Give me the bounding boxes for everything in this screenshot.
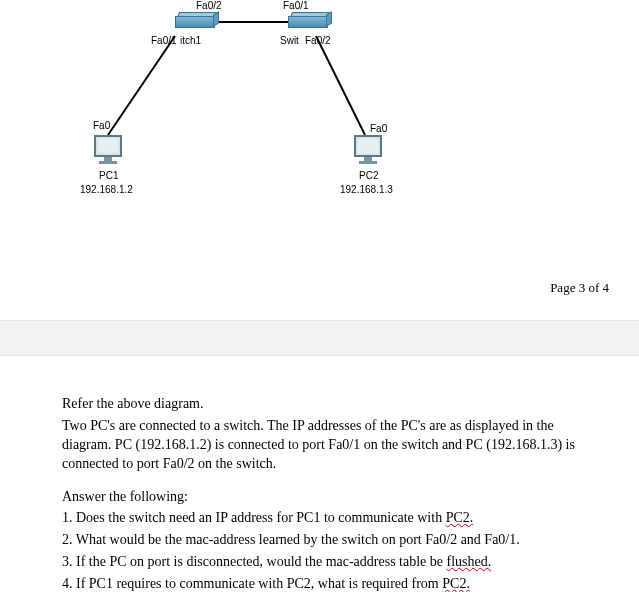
answer-heading: Answer the following: bbox=[62, 488, 599, 507]
svg-line-1 bbox=[108, 36, 175, 135]
q3-text: 3. If the PC on port is disconnected, wo… bbox=[62, 554, 447, 569]
question-text: Refer the above diagram. Two PC's are co… bbox=[62, 395, 599, 592]
q2: 2. What would be the mac-address learned… bbox=[62, 531, 599, 550]
sw2-iface: Fa0/2 bbox=[305, 35, 331, 46]
desc-line: Two PC's are connected to a switch. The … bbox=[62, 417, 599, 474]
pc1-ip: 192.168.1.2 bbox=[80, 184, 133, 195]
page-number: Page 3 of 4 bbox=[550, 280, 609, 296]
switch-1 bbox=[175, 16, 215, 32]
q1-text: 1. Does the switch need an IP address fo… bbox=[62, 510, 446, 525]
pc2-iface: Fa0 bbox=[370, 123, 387, 134]
q1: 1. Does the switch need an IP address fo… bbox=[62, 509, 599, 528]
q1-wavy: PC2. bbox=[446, 510, 474, 525]
sw1-port-out: Fa0/2 bbox=[196, 0, 222, 11]
switch-2 bbox=[288, 16, 328, 32]
ref-line: Refer the above diagram. bbox=[62, 395, 599, 414]
pc2-ip: 192.168.1.3 bbox=[340, 184, 393, 195]
q4-wavy: PC2. bbox=[442, 576, 470, 591]
sw2-name: Swit bbox=[280, 35, 299, 46]
q3: 3. If the PC on port is disconnected, wo… bbox=[62, 553, 599, 572]
sw2-port-in: Fa0/1 bbox=[283, 0, 309, 11]
sw1-name: itch1 bbox=[180, 35, 201, 46]
sw1-iface: Fa0/1 bbox=[151, 35, 177, 46]
pc1-name: PC1 bbox=[99, 170, 118, 181]
network-diagram: Fa0/2 Fa0/1 Fa0/1 itch1 Swit Fa0/2 Fa0 F… bbox=[0, 0, 639, 230]
pc2-name: PC2 bbox=[359, 170, 378, 181]
page-divider bbox=[0, 320, 639, 356]
q3-wavy: flushed. bbox=[447, 554, 492, 569]
q4-text: 4. If PC1 requires to communicate with P… bbox=[62, 576, 442, 591]
q4: 4. If PC1 requires to communicate with P… bbox=[62, 575, 599, 592]
pc1-iface: Fa0 bbox=[93, 120, 110, 131]
svg-line-2 bbox=[316, 36, 365, 135]
